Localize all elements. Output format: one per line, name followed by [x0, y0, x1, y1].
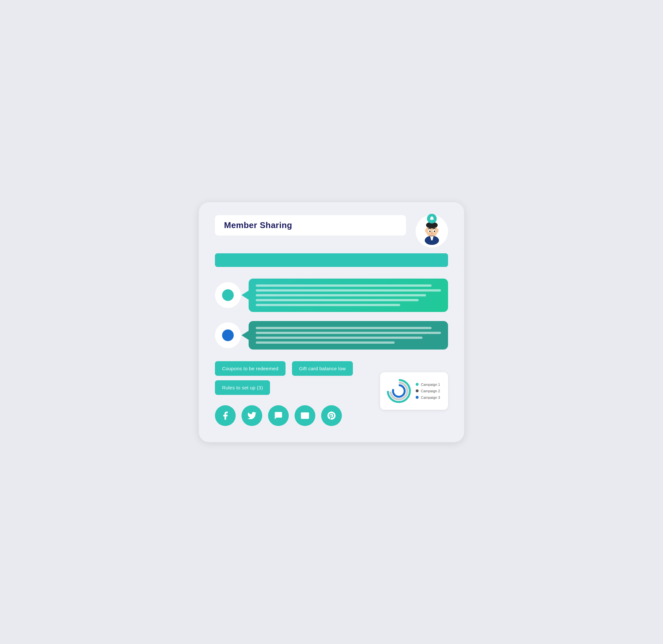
chart-card: Campaign 1 Campaign 2 Campaign 3 [380, 372, 448, 410]
avatar-wrap [416, 215, 448, 247]
main-card: Member Sharing [199, 202, 464, 442]
bubble-line [256, 289, 441, 292]
legend-item-1: Campaign 1 [416, 383, 440, 386]
legend-dot-1 [416, 383, 418, 386]
bubble-wrap-2 [249, 321, 448, 350]
message-row-2 [215, 321, 448, 350]
chart-legend: Campaign 1 Campaign 2 Campaign 3 [416, 383, 440, 399]
svg-point-5 [436, 229, 439, 232]
bell-badge [427, 214, 437, 223]
pinterest-icon [327, 411, 336, 421]
title-box: Member Sharing [215, 215, 406, 236]
progress-bar-fill [215, 253, 448, 267]
twitter-icon [247, 411, 257, 421]
avatar-dot-teal [222, 289, 234, 301]
progress-bar [215, 253, 448, 267]
svg-point-13 [393, 385, 405, 397]
chat-icon [274, 411, 283, 421]
avatar-dot-2 [215, 322, 241, 348]
legend-label-3: Campaign 3 [421, 396, 440, 399]
facebook-icon [221, 411, 230, 421]
bubble-wrap-1 [249, 279, 448, 312]
header-row: Member Sharing [215, 215, 448, 247]
svg-point-9 [434, 230, 435, 232]
svg-point-8 [429, 230, 431, 232]
bubble-line [256, 299, 418, 301]
coupons-button[interactable]: Coupons to be redeemed [215, 361, 285, 376]
avatar-dot-blue [222, 330, 234, 341]
legend-dot-3 [416, 396, 418, 399]
bell-icon [429, 216, 434, 221]
message-bubble-1 [249, 279, 448, 312]
legend-item-3: Campaign 3 [416, 396, 440, 399]
svg-point-10 [431, 232, 433, 234]
svg-point-4 [425, 229, 428, 232]
facebook-button[interactable] [215, 405, 236, 426]
rules-button[interactable]: Rules to set up (3) [215, 380, 270, 395]
legend-item-2: Campaign 2 [416, 389, 440, 393]
email-icon [300, 411, 310, 421]
bubble-line [256, 284, 432, 287]
bubble-line [256, 341, 395, 344]
messages-section [215, 279, 448, 350]
legend-label-1: Campaign 1 [421, 383, 440, 386]
legend-dot-2 [416, 390, 418, 392]
pinterest-button[interactable] [321, 405, 342, 426]
legend-label-2: Campaign 2 [421, 389, 440, 393]
bubble-line [256, 304, 400, 306]
twitter-button[interactable] [242, 405, 262, 426]
message-row-1 [215, 279, 448, 312]
bubble-line [256, 332, 441, 334]
gift-card-button[interactable]: Gift card balance low [292, 361, 353, 376]
donut-chart [386, 378, 412, 404]
email-button[interactable] [295, 405, 315, 426]
message-bubble-2 [249, 321, 448, 350]
bubble-line [256, 294, 426, 296]
bubble-line [256, 337, 422, 339]
avatar-dot-1 [215, 282, 241, 308]
bubble-line [256, 327, 432, 329]
chat-button[interactable] [268, 405, 289, 426]
page-title: Member Sharing [224, 220, 292, 230]
